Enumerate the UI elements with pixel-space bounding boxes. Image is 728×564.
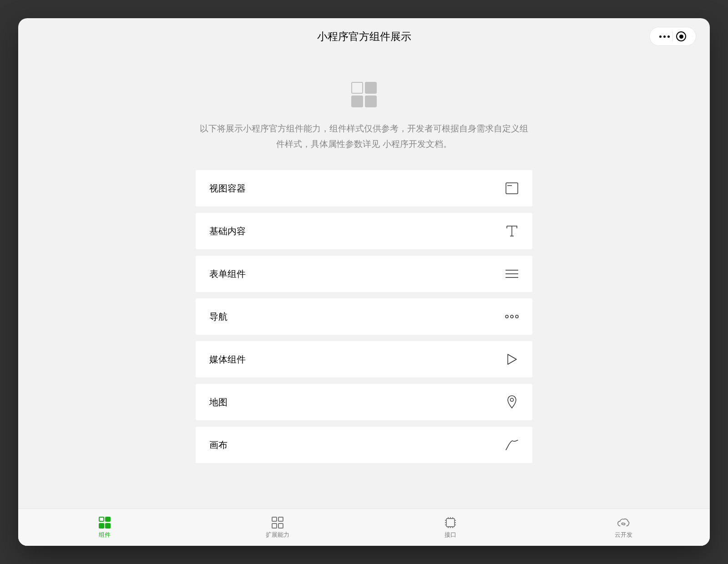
close-button[interactable] [673,27,689,45]
titlebar: 小程序官方组件展示 [18,18,710,55]
list-item-label: 视图容器 [209,182,246,195]
text-icon [505,224,519,238]
tab-label: 云开发 [615,531,632,539]
svg-point-5 [506,315,508,318]
component-list: 视图容器 基础内容 表单组件 [196,170,532,463]
components-hero-icon [351,82,377,107]
page-title: 小程序官方组件展示 [317,30,411,44]
list-item-label: 表单组件 [209,268,246,280]
media-icon [505,352,519,366]
form-icon [505,267,519,281]
list-item-form[interactable]: 表单组件 [196,256,532,292]
components-icon [98,516,111,529]
list-item-label: 地图 [209,396,228,408]
nav-icon [505,310,519,323]
app-window: 小程序官方组件展示 以下将展示小程序官方组件能力，组件样式仅供参考，开发者可根据… [18,18,710,546]
hero-description: 以下将展示小程序官方组件能力，组件样式仅供参考，开发者可根据自身需求自定义组件样… [196,121,532,152]
content-area: 以下将展示小程序官方组件能力，组件样式仅供参考，开发者可根据自身需求自定义组件样… [18,55,710,509]
tab-api[interactable]: 接口 [364,509,537,546]
svg-point-6 [511,315,513,318]
target-icon [676,31,686,41]
svg-point-8 [511,398,514,402]
list-item-map[interactable]: 地图 [196,384,532,420]
tab-label: 扩展能力 [266,531,289,539]
list-item-navigation[interactable]: 导航 [196,298,532,335]
tab-components[interactable]: 组件 [18,509,191,546]
extensions-icon [271,516,284,529]
list-item-canvas[interactable]: 画布 [196,427,532,463]
canvas-icon [505,438,519,452]
tabbar: 组件 扩展能力 [18,509,710,546]
list-item-view-container[interactable]: 视图容器 [196,170,532,206]
more-icon [659,35,670,38]
list-item-label: 画布 [209,439,228,451]
list-item-label: 导航 [209,311,228,323]
tab-label: 组件 [99,531,111,539]
svg-rect-0 [506,183,518,194]
tab-label: 接口 [445,531,456,539]
menu-button[interactable] [656,27,672,45]
list-item-label: 基础内容 [209,225,246,237]
list-item-label: 媒体组件 [209,353,246,366]
container-icon [505,181,519,195]
cloud-icon [617,516,630,529]
list-item-media[interactable]: 媒体组件 [196,341,532,378]
list-item-basic-content[interactable]: 基础内容 [196,213,532,249]
miniprogram-capsule [649,27,696,46]
tab-extensions[interactable]: 扩展能力 [191,509,364,546]
svg-point-7 [516,315,518,318]
api-icon [444,516,457,529]
tab-cloud[interactable]: 云开发 [537,509,710,546]
svg-rect-9 [446,519,455,527]
map-icon [505,395,519,409]
